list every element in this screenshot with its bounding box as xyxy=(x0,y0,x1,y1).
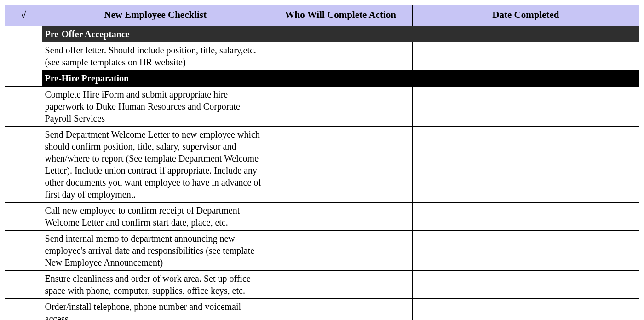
task-cell: Ensure cleanliness and order of work are… xyxy=(42,270,269,298)
table-row: Send internal memo to department announc… xyxy=(5,230,639,270)
task-cell: Order/install telephone, phone number an… xyxy=(42,298,269,320)
date-cell[interactable] xyxy=(412,270,639,298)
header-date: Date Completed xyxy=(412,5,639,26)
table-row: Send Department Welcome Letter to new em… xyxy=(5,126,639,202)
who-cell[interactable] xyxy=(269,202,412,230)
table-row: Complete Hire iForm and submit appropria… xyxy=(5,86,639,126)
table-row: Order/install telephone, phone number an… xyxy=(5,298,639,320)
table-row: Ensure cleanliness and order of work are… xyxy=(5,270,639,298)
check-cell[interactable] xyxy=(5,126,42,202)
employee-checklist-table: √ New Employee Checklist Who Will Comple… xyxy=(5,5,639,320)
table-body: Pre-Offer AcceptanceSend offer letter. S… xyxy=(5,26,639,320)
who-cell[interactable] xyxy=(269,270,412,298)
task-cell: Send internal memo to department announc… xyxy=(42,230,269,270)
header-task: New Employee Checklist xyxy=(42,5,269,26)
check-cell[interactable] xyxy=(5,86,42,126)
task-cell: Send Department Welcome Letter to new em… xyxy=(42,126,269,202)
check-cell[interactable] xyxy=(5,42,42,70)
date-cell[interactable] xyxy=(412,86,639,126)
who-cell[interactable] xyxy=(269,230,412,270)
section-title: Pre-Offer Acceptance xyxy=(42,26,639,42)
who-cell[interactable] xyxy=(269,126,412,202)
check-cell[interactable] xyxy=(5,270,42,298)
check-cell[interactable] xyxy=(5,202,42,230)
who-cell[interactable] xyxy=(269,86,412,126)
date-cell[interactable] xyxy=(412,42,639,70)
section-header: Pre-Offer Acceptance xyxy=(5,26,639,42)
header-row: √ New Employee Checklist Who Will Comple… xyxy=(5,5,639,26)
date-cell[interactable] xyxy=(412,230,639,270)
table-row: Send offer letter. Should include positi… xyxy=(5,42,639,70)
who-cell[interactable] xyxy=(269,298,412,320)
header-check: √ xyxy=(5,5,42,26)
check-cell[interactable] xyxy=(5,298,42,320)
section-title: Pre-Hire Preparation xyxy=(42,70,639,86)
task-cell: Call new employee to confirm receipt of … xyxy=(42,202,269,230)
header-who: Who Will Complete Action xyxy=(269,5,412,26)
section-check-cell xyxy=(5,26,42,42)
section-check-cell xyxy=(5,70,42,86)
who-cell[interactable] xyxy=(269,42,412,70)
date-cell[interactable] xyxy=(412,202,639,230)
date-cell[interactable] xyxy=(412,298,639,320)
task-cell: Complete Hire iForm and submit appropria… xyxy=(42,86,269,126)
table-row: Call new employee to confirm receipt of … xyxy=(5,202,639,230)
task-cell: Send offer letter. Should include positi… xyxy=(42,42,269,70)
date-cell[interactable] xyxy=(412,126,639,202)
check-cell[interactable] xyxy=(5,230,42,270)
section-header: Pre-Hire Preparation xyxy=(5,70,639,86)
